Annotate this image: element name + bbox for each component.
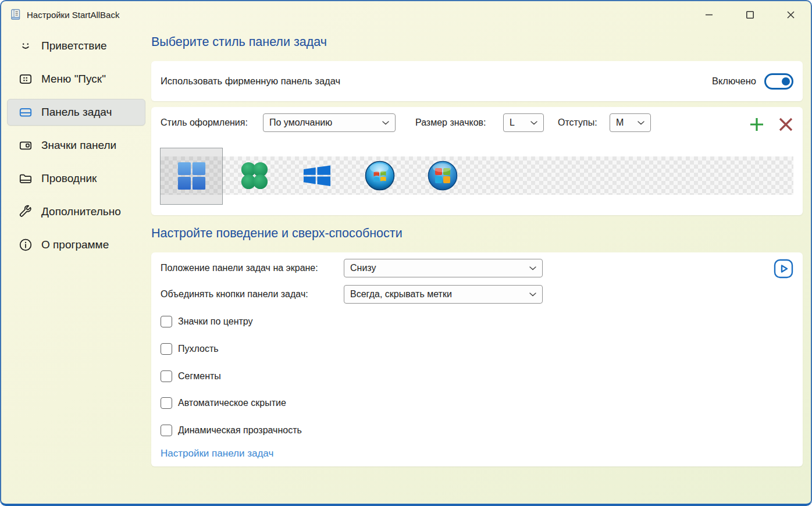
sidebar-item-advanced[interactable]: Дополнительно — [7, 198, 145, 225]
checkbox-row-autohide: Автоматическое скрытие — [161, 397, 286, 409]
checkbox-row-center-icons: Значки по центру — [161, 315, 253, 328]
spacing-select-value: M — [616, 117, 624, 128]
style-options-card: Стиль оформления: По умолчанию Размер зн… — [151, 107, 803, 215]
start-menu-icon — [18, 72, 33, 87]
style-select-value: По умолчанию — [269, 117, 332, 128]
sidebar-item-label: О программе — [41, 238, 109, 251]
segments-checkbox[interactable] — [161, 370, 172, 382]
branded-taskbar-label: Использовать фирменную панель задач — [161, 76, 340, 87]
toggle-knob — [782, 77, 790, 85]
chevron-down-icon — [530, 121, 537, 125]
style-select[interactable]: По умолчанию — [263, 113, 396, 132]
chevron-down-icon — [529, 266, 536, 270]
branded-taskbar-toggle-group: Включено — [712, 73, 793, 90]
window-title: Настройки StartAllBack — [27, 10, 119, 20]
combine-buttons-select[interactable]: Всегда, скрывать метки — [344, 285, 543, 304]
checkbox-label: Пухлость — [178, 344, 219, 354]
sidebar: Приветствие Меню "Пуск" П — [1, 28, 151, 258]
sidebar-item-label: Значки панели — [41, 139, 116, 152]
toggle-state-label: Включено — [712, 76, 756, 87]
checkbox-label: Динамическая прозрачность — [178, 425, 302, 436]
style-section-heading: Выберите стиль панели задач — [151, 35, 327, 49]
style-option-windows-vista-orb[interactable] — [428, 161, 458, 191]
combine-buttons-value: Всегда, скрывать метки — [350, 289, 452, 300]
style-label: Стиль оформления: — [161, 113, 248, 132]
dynamic-transparency-checkbox[interactable] — [161, 425, 172, 436]
center-icons-checkbox[interactable] — [161, 316, 172, 327]
checkbox-label: Значки по центру — [178, 316, 253, 327]
info-icon — [18, 237, 33, 252]
plumpness-checkbox[interactable] — [161, 343, 172, 355]
smiley-icon — [18, 38, 33, 54]
taskbar-position-label: Положение панели задач на экране: — [161, 259, 318, 277]
sidebar-item-start-menu[interactable]: Меню "Пуск" — [7, 66, 145, 92]
checkbox-label: Автоматическое скрытие — [178, 398, 286, 408]
sidebar-item-label: Панель задач — [41, 106, 112, 119]
style-option-windows-11-logo[interactable] — [176, 161, 206, 191]
chevron-down-icon — [638, 121, 644, 125]
branded-taskbar-toggle[interactable] — [764, 73, 793, 90]
style-option-windows-8-logo[interactable] — [302, 161, 332, 191]
taskbar-settings-link[interactable]: Настройки панели задач — [161, 448, 273, 459]
behavior-section-heading: Настройте поведение и сверх-способности — [151, 226, 403, 241]
autohide-checkbox[interactable] — [161, 397, 172, 409]
sidebar-item-label: Приветствие — [41, 40, 107, 52]
tray-icons-icon — [18, 138, 33, 153]
style-option-windows-7-orb[interactable] — [365, 161, 395, 191]
behavior-card: Положение панели задач на экране: Снизу … — [151, 252, 803, 466]
chevron-down-icon — [382, 121, 389, 125]
icon-size-select-value: L — [510, 117, 515, 128]
startallback-settings-window: Настройки StartAllBack Приветствие — [0, 0, 812, 506]
icon-size-label: Размер значков: — [415, 113, 486, 132]
checkbox-row-segments: Сегменты — [161, 370, 221, 383]
checkbox-row-dynamic-transparency: Динамическая прозрачность — [161, 424, 302, 437]
style-option-clover-logo[interactable] — [239, 161, 269, 191]
taskbar-position-select[interactable]: Снизу — [344, 259, 543, 277]
taskbar-icon — [18, 105, 33, 120]
sidebar-item-explorer[interactable]: Проводник — [7, 165, 145, 192]
branded-taskbar-card: Использовать фирменную панель задач Вклю… — [151, 61, 803, 101]
sidebar-item-label: Проводник — [41, 172, 97, 185]
sidebar-item-taskbar[interactable]: Панель задач — [7, 99, 145, 126]
preview-play-button[interactable] — [774, 259, 793, 279]
spacing-label: Отступы: — [558, 113, 597, 132]
sidebar-item-about[interactable]: О программе — [7, 231, 145, 258]
checkbox-label: Сегменты — [178, 371, 221, 382]
sidebar-item-label: Дополнительно — [41, 205, 121, 218]
remove-style-button[interactable] — [777, 116, 795, 133]
sidebar-item-welcome[interactable]: Приветствие — [7, 33, 145, 59]
icon-size-select[interactable]: L — [503, 113, 544, 132]
sidebar-item-tray-icons[interactable]: Значки панели — [7, 132, 145, 159]
wrench-icon — [18, 204, 33, 219]
chevron-down-icon — [529, 293, 536, 297]
combine-buttons-label: Объединять кнопки панели задач: — [161, 285, 308, 304]
app-book-icon — [9, 8, 22, 21]
main-content: Выберите стиль панели задач Использовать… — [151, 1, 803, 506]
add-style-button[interactable] — [748, 116, 765, 133]
sidebar-item-label: Меню "Пуск" — [41, 73, 106, 85]
checkbox-row-plumpness: Пухлость — [161, 343, 219, 355]
folder-icon — [18, 171, 33, 186]
spacing-select[interactable]: M — [610, 113, 651, 132]
taskbar-position-value: Снизу — [350, 263, 376, 273]
